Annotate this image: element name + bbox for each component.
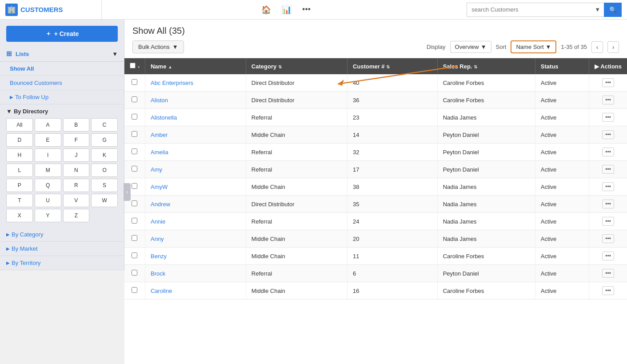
directory-letter-q[interactable]: Q	[35, 179, 61, 192]
row-actions-button[interactable]: •••	[602, 269, 614, 278]
row-actions-button[interactable]: •••	[602, 286, 614, 295]
pagination-next-button[interactable]: ›	[607, 41, 619, 53]
select-all-checkbox[interactable]	[130, 63, 136, 68]
row-name[interactable]: Alistonella	[145, 109, 246, 126]
row-actions-button[interactable]: •••	[602, 130, 614, 139]
th-name[interactable]: Name ▲	[145, 58, 246, 74]
sidebar-item-by-category[interactable]: ▶ By Category	[0, 228, 124, 242]
row-checkbox-10[interactable]	[132, 252, 137, 258]
row-actions-button[interactable]: •••	[602, 148, 614, 156]
row-checkbox-12[interactable]	[132, 287, 137, 293]
row-actions-cell: •••	[589, 230, 627, 248]
table-header-row: ‹ Name ▲ Category ⇅ Customer # ⇅ Sales R	[124, 58, 627, 74]
row-name[interactable]: Anny	[145, 230, 246, 248]
directory-letter-f[interactable]: F	[63, 133, 90, 147]
row-actions-button[interactable]: •••	[602, 252, 614, 260]
th-status[interactable]: Status	[535, 58, 589, 74]
directory-letter-y[interactable]: Y	[35, 209, 61, 222]
row-name[interactable]: Abc Enterprisers	[145, 74, 246, 92]
row-name[interactable]: Amelia	[145, 144, 246, 161]
directory-letter-l[interactable]: L	[6, 164, 33, 177]
row-name[interactable]: Annie	[145, 213, 246, 230]
row-actions-button[interactable]: •••	[602, 96, 614, 104]
lists-section-header[interactable]: ⊞ Lists ▼	[0, 46, 124, 62]
directory-letter-x[interactable]: X	[6, 209, 33, 222]
chart-icon[interactable]: 📊	[280, 3, 293, 16]
row-name[interactable]: Benzy	[145, 248, 246, 265]
sidebar-item-by-territory[interactable]: ▶ By Territory	[0, 256, 124, 270]
table-row: Alistonella Referral 23 Nadia James Acti…	[124, 109, 627, 126]
create-button[interactable]: ＋ + Create	[6, 26, 118, 42]
home-icon[interactable]: 🏠	[260, 3, 273, 16]
sidebar-item-show-all[interactable]: Show All	[0, 62, 124, 76]
row-checkbox-7[interactable]	[132, 200, 137, 206]
directory-letter-o[interactable]: O	[91, 164, 118, 177]
search-button[interactable]: 🔍	[604, 3, 622, 17]
directory-letter-c[interactable]: C	[91, 118, 118, 132]
sidebar-collapse-handle[interactable]: ‹	[124, 183, 131, 201]
sidebar-item-by-market[interactable]: ▶ By Market	[0, 242, 124, 256]
row-name[interactable]: AmyW	[145, 178, 246, 196]
directory-letter-s[interactable]: S	[91, 179, 118, 192]
row-actions-button[interactable]: •••	[602, 165, 614, 174]
th-customer-num[interactable]: Customer # ⇅	[347, 58, 438, 74]
row-checkbox-6[interactable]	[132, 183, 137, 189]
row-actions-button[interactable]: •••	[602, 200, 614, 208]
directory-letter-k[interactable]: K	[91, 148, 118, 162]
search-dropdown[interactable]: ▼	[591, 3, 604, 17]
directory-letter-i[interactable]: I	[35, 148, 61, 162]
row-actions-button[interactable]: •••	[602, 217, 614, 226]
row-actions-button[interactable]: •••	[602, 182, 614, 191]
directory-letter-h[interactable]: H	[6, 148, 33, 162]
row-actions-button[interactable]: •••	[602, 78, 614, 87]
directory-letter-m[interactable]: M	[35, 164, 61, 177]
pagination-prev-button[interactable]: ‹	[591, 41, 603, 53]
row-name[interactable]: Andrew	[145, 196, 246, 213]
more-icon[interactable]: •••	[300, 3, 312, 16]
row-checkbox-4[interactable]	[132, 148, 137, 154]
row-checkbox-2[interactable]	[132, 114, 137, 120]
row-name[interactable]: Aliston	[145, 92, 246, 109]
directory-letter-b[interactable]: B	[63, 118, 90, 132]
row-checkbox-0[interactable]	[132, 79, 137, 85]
directory-letter-e[interactable]: E	[35, 133, 61, 147]
directory-letter-a[interactable]: A	[35, 118, 61, 132]
directory-letter-w[interactable]: W	[91, 194, 118, 207]
brand-icon: 🏢	[5, 4, 18, 16]
th-category[interactable]: Category ⇅	[246, 58, 347, 74]
by-directory-section: ▼ By Directory AllABCDEFGHIJKLMNOPQRSTUV…	[0, 104, 124, 228]
directory-letter-t[interactable]: T	[6, 194, 33, 207]
row-checkbox-1[interactable]	[132, 96, 137, 102]
row-checkbox-11[interactable]	[132, 270, 137, 276]
sidebar-item-bounced-customers[interactable]: Bounced Customers	[0, 76, 124, 90]
display-select[interactable]: Overview ▼	[450, 41, 491, 53]
directory-letter-v[interactable]: V	[63, 194, 90, 207]
by-directory-label[interactable]: ▼ By Directory	[6, 108, 118, 115]
row-checkbox-5[interactable]	[132, 166, 137, 172]
row-name[interactable]: Caroline	[145, 282, 246, 300]
display-chevron-icon: ▼	[481, 44, 487, 50]
directory-letter-d[interactable]: D	[6, 133, 33, 147]
directory-letter-r[interactable]: R	[63, 179, 90, 192]
directory-letter-z[interactable]: Z	[63, 209, 90, 222]
directory-letter-n[interactable]: N	[63, 164, 90, 177]
search-area: ▼ 🔍	[467, 3, 622, 17]
row-actions-button[interactable]: •••	[602, 113, 614, 122]
row-checkbox-8[interactable]	[132, 218, 137, 224]
row-checkbox-9[interactable]	[132, 235, 137, 241]
bulk-actions-button[interactable]: Bulk Actions ▼	[132, 40, 184, 53]
directory-letter-all[interactable]: All	[6, 118, 33, 132]
row-name[interactable]: Brock	[145, 265, 246, 282]
sidebar-item-to-follow-up[interactable]: ▶ To Follow Up	[0, 90, 124, 104]
name-sort-button[interactable]: Name Sort ▼	[511, 40, 556, 53]
row-checkbox-3[interactable]	[132, 131, 137, 137]
directory-letter-g[interactable]: G	[91, 133, 118, 147]
row-actions-button[interactable]: •••	[602, 234, 614, 243]
search-input[interactable]	[467, 3, 591, 17]
directory-letter-u[interactable]: U	[35, 194, 61, 207]
row-name[interactable]: Amber	[145, 126, 246, 144]
row-name[interactable]: Amy	[145, 161, 246, 178]
directory-letter-p[interactable]: P	[6, 179, 33, 192]
th-sales-rep[interactable]: Sales Rep. ⇅	[437, 58, 535, 74]
directory-letter-j[interactable]: J	[63, 148, 90, 162]
